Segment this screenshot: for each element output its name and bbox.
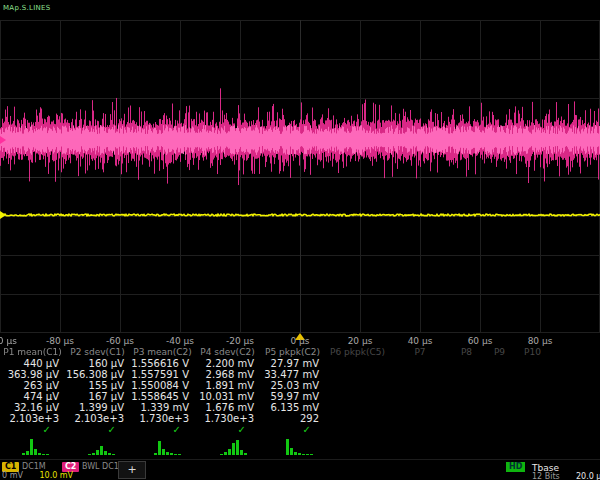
time-axis-label: -20 µs [226,336,254,346]
measure-header-row: P1 mean(C1) P2 sdev(C1) P3 mean(C2) P4 s… [0,347,600,358]
measure-header-p8[interactable]: P8 [450,347,483,358]
measure-value: 1.339 mV [130,402,195,413]
measure-header-p6[interactable]: P6 pkpk(C5) [325,347,390,358]
timebase-descriptor[interactable]: HD Tbase 12 Bits 20.0 µs [500,460,600,480]
measure-header-p7[interactable]: P7 [390,347,450,358]
measure-value: 1.730e+3 [195,413,260,424]
measure-row-min: 263 µV 155 µV 1.550084 V 1.891 mV 25.03 … [0,380,600,391]
histicon-p2[interactable] [88,437,116,455]
measure-header-p2[interactable]: P2 sdev(C1) [65,347,130,358]
measure-row-value: 440 µV 160 µV 1.556616 V 2.200 mV 27.97 … [0,358,600,369]
measure-row-sdev: 32.16 µV 1.399 µV 1.339 mV 1.676 mV 6.13… [0,402,600,413]
measure-status-check: ✓ [130,424,195,435]
measure-row-max: 474 µV 167 µV 1.558645 V 10.031 mV 59.97… [0,391,600,402]
histicon-p3[interactable] [154,437,182,455]
c1-coupling: DC1M [22,462,46,471]
measure-value: 155 µV [65,380,130,391]
measurement-table: P1 mean(C1) P2 sdev(C1) P3 mean(C2) P4 s… [0,347,600,435]
c1-vdiv-value: 10.0 mV [39,471,73,480]
time-axis: -100 µs -80 µs -60 µs -40 µs -20 µs 0 µs… [0,333,600,347]
waveform-display[interactable] [0,20,600,333]
time-axis-label: 0 µs [290,336,309,346]
measure-value: 1.730e+3 [130,413,195,424]
measure-value: 167 µV [65,391,130,402]
measure-value: 292 [260,413,325,424]
time-axis-label: 80 µs [528,336,553,346]
measure-value: 474 µV [0,391,65,402]
measure-value: 33.477 mV [260,369,325,380]
measure-value: 25.03 mV [260,380,325,391]
measure-value: 263 µV [0,380,65,391]
measure-header-p5[interactable]: P5 pkpk(C2) [260,347,325,358]
measure-value: 160 µV [65,358,130,369]
measure-status-check: ✓ [260,424,325,435]
measure-row-mean: 363.98 µV 156.308 µV 1.557591 V 2.968 mV… [0,369,600,380]
histicon-p1[interactable] [22,437,50,455]
measure-status-check: ✓ [195,424,260,435]
measure-value: 156.308 µV [65,369,130,380]
measure-header-p1[interactable]: P1 mean(C1) [0,347,65,358]
hd-mode-badge: HD [506,462,525,472]
time-axis-label: -100 µs [0,336,17,346]
c2-offset-marker[interactable] [0,136,6,144]
histicon-p5[interactable] [286,437,314,455]
time-axis-label: -60 µs [106,336,134,346]
measure-value: 1.676 mV [195,402,260,413]
time-axis-label: -80 µs [46,336,74,346]
measure-header-p3[interactable]: P3 mean(C2) [130,347,195,358]
oscilloscope-screen: MAp.S.LINES -100 µs -80 µs -60 µs -40 µs… [0,0,600,480]
measure-value: 59.97 mV [260,391,325,402]
histicon-row [0,436,600,457]
measure-value: 27.97 mV [260,358,325,369]
timebase-bits: 12 Bits [532,472,560,480]
c1-offset-marker[interactable] [0,211,6,219]
time-axis-label: 20 µs [348,336,373,346]
measure-value: 1.550084 V [130,380,195,391]
measure-status-check: ✓ [65,424,130,435]
measure-header-p10[interactable]: P10 [516,347,549,358]
measure-value: 2.103e+3 [0,413,65,424]
measure-value: 6.135 mV [260,402,325,413]
measure-value: 1.891 mV [195,380,260,391]
measure-value: 1.558645 V [130,391,195,402]
time-axis-label: 60 µs [468,336,493,346]
measure-value: 1.556616 V [130,358,195,369]
top-left-status-label: MAp.S.LINES [3,4,51,12]
measure-value: 1.557591 V [130,369,195,380]
measure-value: 10.031 mV [195,391,260,402]
histicon-p4[interactable] [220,437,248,455]
measure-status-check: ✓ [0,424,65,435]
measure-value: 2.103e+3 [65,413,130,424]
measure-value: 32.16 µV [0,402,65,413]
measure-header-p4[interactable]: P4 sdev(C2) [195,347,260,358]
c1-offset-value: 0 mV [2,471,23,480]
timebase-tdiv: 20.0 µs [576,472,600,480]
measure-value: 2.200 mV [195,358,260,369]
measure-header-p9[interactable]: P9 [483,347,516,358]
add-trace-button[interactable]: + [118,461,146,479]
measure-value: 1.399 µV [65,402,130,413]
measure-row-num: 2.103e+3 2.103e+3 1.730e+3 1.730e+3 292 [0,413,600,424]
c1-values: 0 mV 10.0 mV [2,471,73,480]
measure-status-row: ✓ ✓ ✓ ✓ ✓ [0,424,600,435]
bottom-bar: C1 DC1M C2 BWL DC1M 0 mV 10.0 mV + HD Tb… [0,459,600,480]
measure-value: 363.98 µV [0,369,65,380]
time-axis-label: -40 µs [166,336,194,346]
time-axis-label: 40 µs [408,336,433,346]
measure-value: 440 µV [0,358,65,369]
waveform-canvas [0,20,600,333]
measure-value: 2.968 mV [195,369,260,380]
